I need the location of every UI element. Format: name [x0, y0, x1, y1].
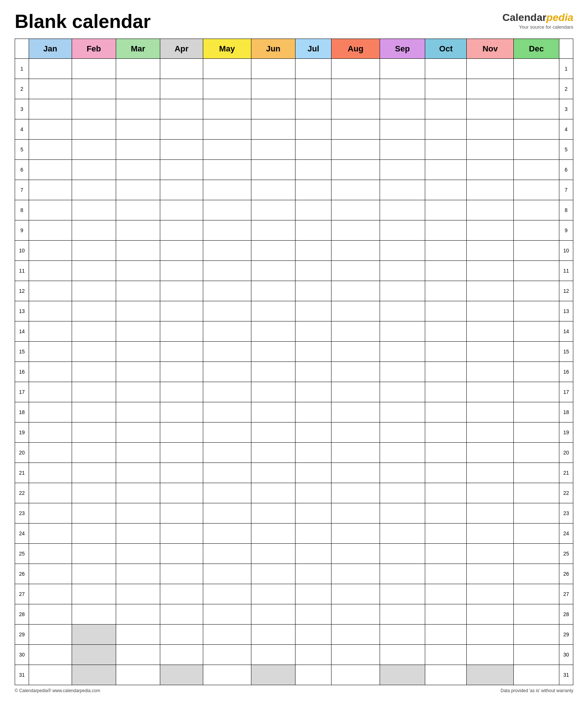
cell-day25-month1: [29, 544, 72, 564]
cell-day3-month5: [203, 99, 251, 119]
row-num-left-28: 28: [15, 604, 29, 625]
cell-day23-month3: [116, 503, 160, 524]
cell-day28-month10: [425, 604, 467, 625]
cell-day26-month8: [331, 564, 380, 584]
cell-day26-month3: [116, 564, 160, 584]
row-num-left-13: 13: [15, 301, 29, 321]
cell-day2-month3: [116, 79, 160, 99]
calendar-row-24: 2424: [15, 524, 573, 544]
month-jun-header: Jun: [251, 39, 295, 59]
cell-day19-month12: [513, 422, 559, 443]
cell-day21-month8: [331, 463, 380, 483]
cell-day9-month3: [116, 220, 160, 241]
cell-day18-month5: [203, 402, 251, 422]
cell-day16-month6: [251, 362, 295, 382]
cell-day10-month8: [331, 241, 380, 261]
cell-day30-month12: [513, 645, 559, 665]
row-num-right-28: 28: [559, 604, 573, 625]
cell-day11-month10: [425, 261, 467, 281]
cell-day21-month9: [380, 463, 425, 483]
cell-day30-month7: [295, 645, 331, 665]
cell-day2-month9: [380, 79, 425, 99]
cell-day16-month4: [160, 362, 203, 382]
cell-day8-month2: [72, 200, 116, 220]
cell-day3-month9: [380, 99, 425, 119]
cell-day19-month4: [160, 422, 203, 443]
cell-day1-month8: [331, 59, 380, 79]
cell-day25-month10: [425, 544, 467, 564]
cell-day23-month6: [251, 503, 295, 524]
cell-day11-month11: [467, 261, 514, 281]
cell-day26-month1: [29, 564, 72, 584]
cell-day17-month8: [331, 382, 380, 402]
cell-day8-month9: [380, 200, 425, 220]
row-num-right-7: 7: [559, 180, 573, 200]
cell-day1-month6: [251, 59, 295, 79]
cell-day10-month9: [380, 241, 425, 261]
cell-day11-month1: [29, 261, 72, 281]
cell-day21-month1: [29, 463, 72, 483]
cell-day20-month10: [425, 443, 467, 463]
cell-day15-month6: [251, 342, 295, 362]
cell-day4-month8: [331, 119, 380, 140]
cell-day3-month4: [160, 99, 203, 119]
cell-day9-month1: [29, 220, 72, 241]
cell-day5-month6: [251, 140, 295, 160]
cell-day8-month8: [331, 200, 380, 220]
cell-day3-month3: [116, 99, 160, 119]
cell-day26-month2: [72, 564, 116, 584]
cell-day28-month2: [72, 604, 116, 625]
cell-day17-month12: [513, 382, 559, 402]
cell-day13-month2: [72, 301, 116, 321]
cell-day18-month3: [116, 402, 160, 422]
cell-day28-month8: [331, 604, 380, 625]
row-num-left-31: 31: [15, 665, 29, 685]
calendar-row-27: 2727: [15, 584, 573, 604]
cell-day22-month12: [513, 483, 559, 503]
month-jan-header: Jan: [29, 39, 72, 59]
cell-day24-month12: [513, 524, 559, 544]
cell-day5-month9: [380, 140, 425, 160]
cell-day15-month11: [467, 342, 514, 362]
row-num-left-17: 17: [15, 382, 29, 402]
row-num-right-17: 17: [559, 382, 573, 402]
calendar-row-13: 1313: [15, 301, 573, 321]
cell-day13-month12: [513, 301, 559, 321]
brand-name: Calendarpedia: [502, 11, 573, 24]
cell-day19-month9: [380, 422, 425, 443]
cell-day6-month9: [380, 160, 425, 180]
cell-day22-month11: [467, 483, 514, 503]
cell-day28-month7: [295, 604, 331, 625]
row-num-left-4: 4: [15, 119, 29, 140]
cell-day8-month1: [29, 200, 72, 220]
cell-day31-month12: [513, 665, 559, 685]
cell-day7-month11: [467, 180, 514, 200]
cell-day1-month2: [72, 59, 116, 79]
cell-day9-month5: [203, 220, 251, 241]
cell-day29-month3: [116, 625, 160, 645]
cell-day9-month2: [72, 220, 116, 241]
cell-day12-month8: [331, 281, 380, 301]
cell-day29-month9: [380, 625, 425, 645]
cell-day22-month3: [116, 483, 160, 503]
cell-day1-month10: [425, 59, 467, 79]
cell-day2-month5: [203, 79, 251, 99]
cell-day11-month8: [331, 261, 380, 281]
cell-day29-month12: [513, 625, 559, 645]
cell-day1-month7: [295, 59, 331, 79]
calendar-row-29: 2929: [15, 625, 573, 645]
row-num-right-8: 8: [559, 200, 573, 220]
month-may-header: May: [203, 39, 251, 59]
cell-day2-month1: [29, 79, 72, 99]
cell-day12-month1: [29, 281, 72, 301]
cell-day10-month7: [295, 241, 331, 261]
cell-day4-month9: [380, 119, 425, 140]
calendar-row-8: 88: [15, 200, 573, 220]
row-num-right-12: 12: [559, 281, 573, 301]
cell-day18-month10: [425, 402, 467, 422]
cell-day9-month10: [425, 220, 467, 241]
cell-day7-month7: [295, 180, 331, 200]
cell-day31-month2: [72, 665, 116, 685]
row-num-right-27: 27: [559, 584, 573, 604]
row-num-right-16: 16: [559, 362, 573, 382]
